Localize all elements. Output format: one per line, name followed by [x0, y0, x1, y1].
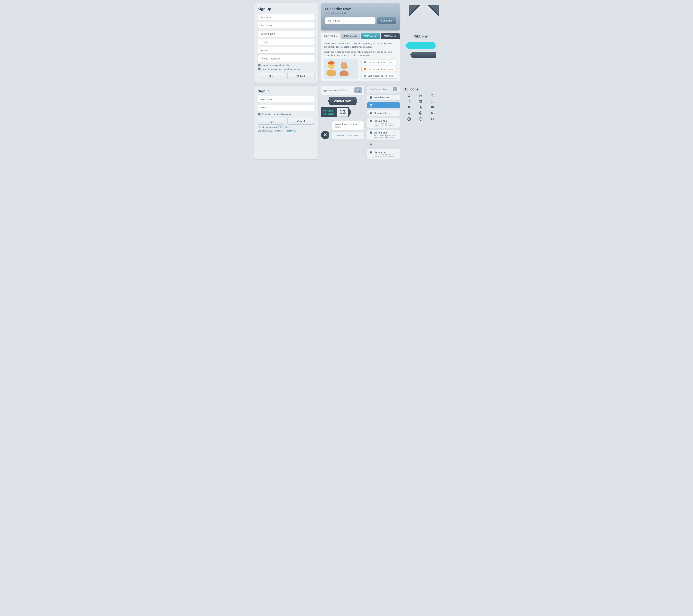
lock-icon: [416, 94, 425, 97]
tab-maintab01[interactable]: MainTAB 01: [321, 33, 340, 39]
signup-password[interactable]: [258, 47, 315, 54]
svg-marker-6: [409, 5, 418, 14]
dark-ribbon-body: [410, 52, 436, 58]
signup-username[interactable]: [258, 14, 315, 20]
tab-content: Lorem ipsum dolor sit amet, consectetur …: [321, 39, 400, 82]
login-button[interactable]: Login: [258, 118, 285, 124]
date-month: October: [323, 109, 334, 113]
list-entry-2[interactable]: List item one Lorem ipsum dolor sit amet…: [367, 130, 400, 140]
list-entry-3-disabled: [367, 141, 400, 147]
list-entry-4[interactable]: List item one Lorem ipsum dolor sit amet…: [367, 149, 400, 159]
receive-messages-label: I want to receive messages from admins.: [262, 68, 300, 70]
remember-me-icon: ●: [258, 113, 261, 116]
list-item-3-text: Lorem ipsum dolor sit amet.: [368, 75, 394, 77]
register-now-link[interactable]: RegisterNow.: [284, 130, 296, 132]
bulb-icon: [404, 111, 414, 115]
forgot-text: Forgot your password?: [258, 126, 279, 128]
zoom-in-icon: [428, 94, 437, 97]
svg-marker-30: [431, 118, 432, 120]
svg-line-16: [410, 102, 410, 103]
order-now-button[interactable]: ORDER NOW: [328, 97, 357, 105]
svg-point-24: [420, 113, 421, 114]
tab-paragraph-1: Lorem ipsum dolor sit amet, consectetur …: [324, 42, 397, 49]
icons-panel: 15 icons: [403, 85, 439, 159]
list-entry-2-icon: [370, 132, 372, 134]
receive-messages-row[interactable]: ● I want to receive messages from admins…: [258, 67, 315, 71]
search-input[interactable]: [323, 89, 354, 92]
avatar-row: Lorem ipsum dolor sit amet. Lorem ipsum …: [324, 59, 397, 79]
signin-username[interactable]: [258, 96, 315, 103]
tab-maintab03-teal[interactable]: MainTAB 03: [361, 33, 380, 39]
dropdown-select[interactable]: DropDown Menu ▼: [367, 85, 400, 93]
trash-icon: [416, 100, 425, 103]
misc-right-panel: DropDown Menu ▼ Menu item one Menu item …: [367, 85, 400, 159]
clear-button[interactable]: Clear: [258, 73, 285, 79]
signin-title: Sign In: [258, 89, 315, 94]
svg-point-18: [431, 100, 432, 101]
avatar-male: [325, 61, 337, 74]
signup-retype-password[interactable]: [258, 55, 315, 62]
register-row: Don't have an account yet? RegisterNow.: [258, 130, 315, 132]
minus-icon: [416, 117, 425, 121]
location-icon: [428, 111, 437, 115]
menu-item-one[interactable]: Menu item one: [367, 94, 400, 101]
cancel-button[interactable]: Cancel: [288, 118, 315, 124]
dot-icon-2: [363, 68, 366, 70]
list-entry-1[interactable]: List item one Lorem ipsum dolor sit amet…: [367, 118, 400, 128]
menu-item-one-icon: [370, 96, 372, 99]
ribbons-panel: Ribbons: [403, 3, 439, 83]
date-arrow-icon: [348, 107, 352, 117]
cyan-ribbon-left-arrow-icon: [405, 42, 409, 49]
zoom-out-icon: [404, 100, 414, 103]
menu-item-three-label: Menu item three: [374, 112, 390, 115]
list-entry-4-text: List item one Lorem ipsum dolor sit amet…: [374, 151, 397, 157]
signin-panel: Sign In ● Remember me on this computer. …: [254, 85, 318, 159]
list-item-1-text: Lorem ipsum dolor sit amet.: [368, 61, 394, 63]
svg-point-4: [339, 71, 349, 76]
svg-point-1: [326, 69, 336, 76]
menu-item-three-icon: [370, 112, 372, 115]
agree-terms-row[interactable]: ● I agree to terms and conditions.: [258, 64, 315, 66]
submit-button[interactable]: Submit: [288, 73, 315, 79]
error-icon: ✕: [321, 131, 330, 139]
signup-secondname[interactable]: [258, 30, 315, 37]
subscribe-row: Subscribe: [325, 17, 396, 24]
icons-title: 15 icons: [404, 87, 437, 92]
tabs-container: MainTAB 01 MainTAB 02 MainTAB 03 MainTAB…: [321, 33, 400, 82]
receive-messages-icon: ●: [258, 67, 261, 71]
order-now-container: ORDER NOW: [321, 97, 364, 105]
avatar-female: [338, 61, 350, 74]
search-button[interactable]: 🔍: [354, 87, 362, 93]
list-item-1: Lorem ipsum dolor sit amet.: [361, 59, 397, 65]
signin-btn-row: Login Cancel: [258, 118, 315, 124]
menu-item-three[interactable]: Menu item three: [367, 110, 400, 116]
gear-icon: [416, 111, 425, 115]
svg-marker-23: [419, 106, 422, 108]
speech-bubble-top: Lorem ipsum dolor sit amet,: [332, 121, 364, 131]
signup-title: Sign Up: [258, 7, 315, 11]
click-here-link[interactable]: Click Here.: [280, 126, 291, 128]
tab-maintab03-dark[interactable]: MainTAB 03: [380, 33, 400, 39]
signup-firstname[interactable]: [258, 22, 315, 29]
search-row: 🔍: [321, 85, 364, 95]
menu-item-two-icon: [370, 104, 372, 106]
subscribe-button[interactable]: Subscribe: [377, 17, 396, 24]
agree-terms-label: I agree to terms and conditions.: [262, 64, 292, 66]
signin-password[interactable]: [258, 104, 315, 111]
remember-me-row[interactable]: ● Remember me on this computer.: [258, 113, 315, 116]
signup-email[interactable]: [258, 39, 315, 45]
tab-maintab02[interactable]: MainTAB 02: [341, 33, 360, 39]
list-entry-4-icon: [370, 151, 372, 154]
subscribe-email-input[interactable]: [325, 17, 376, 24]
list-entry-1-icon: [370, 120, 372, 122]
icons-grid: [404, 94, 437, 121]
svg-line-12: [433, 96, 434, 97]
menu-item-two[interactable]: [367, 102, 400, 108]
heart-icon: [404, 105, 414, 109]
subscribe-panel: Subscribe Now Keep in touch with Us. Sub…: [321, 3, 400, 31]
tab-bar: MainTAB 01 MainTAB 02 MainTAB 03 MainTAB…: [321, 33, 400, 39]
cyan-ribbon-body: [409, 42, 436, 49]
date-ribbon: October Wednesday 13: [321, 107, 352, 117]
list-entry-2-text: List item one Lorem ipsum dolor sit amet…: [374, 132, 397, 138]
user-icon: [404, 94, 414, 97]
